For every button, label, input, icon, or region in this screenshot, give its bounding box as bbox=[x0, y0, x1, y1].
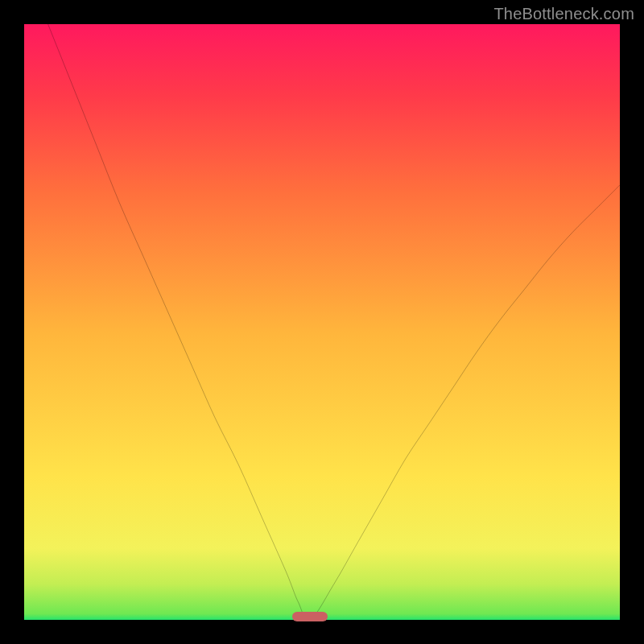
plot-area bbox=[24, 24, 620, 620]
watermark-text: TheBottleneck.com bbox=[493, 5, 634, 23]
optimum-marker bbox=[292, 612, 328, 621]
chart-frame: TheBottleneck.com bbox=[0, 0, 644, 644]
bottleneck-curve bbox=[24, 24, 620, 620]
